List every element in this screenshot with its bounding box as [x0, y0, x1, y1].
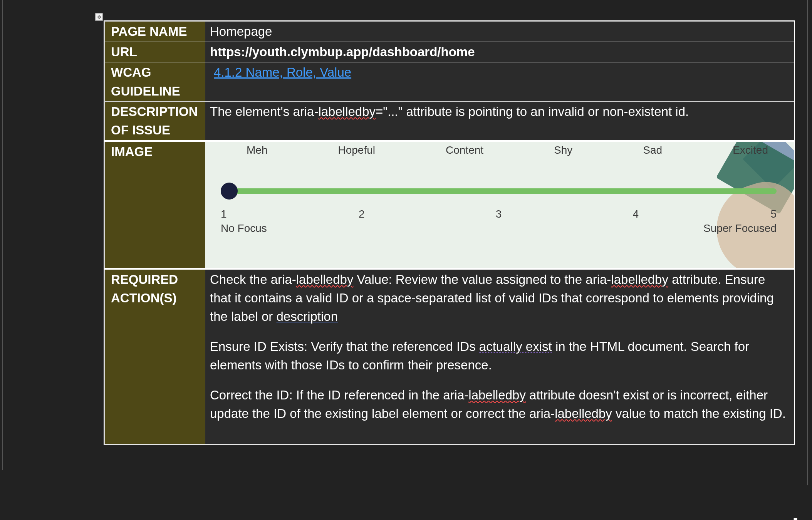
page-wrap: ✥ PAGE NAME Homepage URL https://youth.c… [0, 0, 812, 520]
value-description: The element's aria-labelledby="..." attr… [205, 101, 794, 141]
value-actions: Check the aria-labelledby Value: Review … [205, 269, 794, 445]
slider-tick-numbers: 1 2 3 4 5 [221, 206, 777, 222]
row-actions: REQUIRED ACTION(S) Check the aria-labell… [105, 269, 794, 445]
row-wcag: WCAG GUIDELINE 4.1.2 Name, Role, Value [105, 62, 794, 101]
label-url: URL [105, 42, 205, 62]
row-page-name: PAGE NAME Homepage [105, 22, 794, 42]
action-paragraph-2: Ensure ID Exists: Verify that the refere… [210, 337, 789, 374]
row-description: DESCRIPTION OF ISSUE The element's aria-… [105, 101, 794, 141]
label-image: IMAGE [105, 141, 205, 269]
row-url: URL https://youth.clymbup.app/dashboard/… [105, 42, 794, 62]
table-move-handle-icon[interactable]: ✥ [95, 13, 103, 21]
screenshot-slider: Meh Hopeful Content Shy Sad Excited [205, 142, 794, 268]
table-resize-handle-icon[interactable] [794, 518, 797, 520]
label-wcag: WCAG GUIDELINE [105, 62, 205, 101]
label-actions: REQUIRED ACTION(S) [105, 269, 205, 445]
wcag-guideline-link[interactable]: 4.1.2 Name, Role, Value [210, 63, 354, 82]
margin-line-left [2, 0, 3, 470]
value-page-name: Homepage [205, 22, 794, 42]
action-paragraph-1: Check the aria-labelledby Value: Review … [210, 270, 789, 326]
action-paragraph-3: Correct the ID: If the ID referenced in … [210, 386, 789, 423]
value-url: https://youth.clymbup.app/dashboard/home [205, 42, 794, 62]
screenshot-corner-art [701, 142, 794, 268]
slider-end-labels: No Focus Super Focused [221, 221, 777, 237]
label-description: DESCRIPTION OF ISSUE [105, 101, 205, 141]
slider-thumb[interactable] [221, 183, 238, 200]
value-image: Meh Hopeful Content Shy Sad Excited [205, 141, 794, 269]
label-page-name: PAGE NAME [105, 22, 205, 42]
issue-table: PAGE NAME Homepage URL https://youth.cly… [104, 20, 795, 445]
margin-line-right [807, 0, 808, 485]
slider-track[interactable] [228, 188, 777, 194]
slider-track-wrap [221, 182, 777, 199]
row-image: IMAGE Meh Hopeful Content Shy [105, 141, 794, 269]
slider-emotion-labels: Meh Hopeful Content Shy Sad Excited [205, 143, 794, 158]
value-wcag: 4.1.2 Name, Role, Value [205, 62, 794, 101]
